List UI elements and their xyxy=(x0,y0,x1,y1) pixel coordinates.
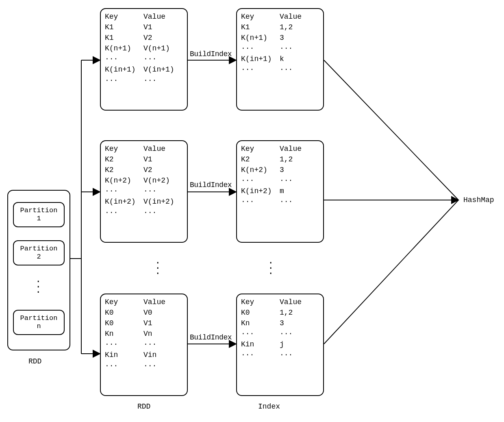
kv-cell: Key xyxy=(105,297,143,307)
kv-cell: K1 xyxy=(105,33,143,43)
bottom-rdd-label: RDD xyxy=(137,402,150,411)
kv-cell: V1 xyxy=(143,22,152,33)
idx-cell: 3 xyxy=(280,318,284,328)
idx-cell: Key xyxy=(241,297,280,307)
kv-cell: ··· xyxy=(105,54,143,64)
kv-cell: Kin xyxy=(105,350,143,360)
kv-cell: V(in+2) xyxy=(143,196,174,207)
partition-1-line1: Partition xyxy=(20,207,58,215)
partition-2-line1: Partition xyxy=(20,245,58,253)
kv-table-1: KeyValue K1V1 K1V2 K(n+1)V(n+1) ······ K… xyxy=(100,8,188,111)
idx-cell: ··· xyxy=(241,43,280,54)
idx-cell: ··· xyxy=(280,328,293,339)
rdd-vdots: ··· xyxy=(35,279,41,295)
kv-cell: ··· xyxy=(143,339,156,350)
svg-line-10 xyxy=(324,200,458,344)
kv-cell: Vn xyxy=(143,328,152,339)
idx-cell: ··· xyxy=(241,328,280,339)
hashmap-label: HashMap xyxy=(463,196,494,204)
buildindex-label-1: BuildIndex xyxy=(190,50,232,58)
kv-cell: K2 xyxy=(105,154,143,165)
kv-cell: K(in+1) xyxy=(105,64,143,75)
kv-cell: ··· xyxy=(105,186,143,196)
idx-cell: ··· xyxy=(280,350,293,360)
partition-n-line2: n xyxy=(37,322,41,331)
idx-cell: ··· xyxy=(280,43,293,54)
kv-vdots: ··· xyxy=(155,260,161,276)
idx-cell: 3 xyxy=(280,33,284,43)
kv-cell: ··· xyxy=(105,207,143,218)
idx-cell: ··· xyxy=(280,175,293,186)
kv-cell: ··· xyxy=(105,361,143,371)
kv-cell: Value xyxy=(143,297,165,307)
partition-2-line2: 2 xyxy=(37,253,41,261)
kv-cell: V(n+2) xyxy=(143,175,170,186)
idx-cell: Value xyxy=(280,144,302,154)
idx-cell: 1,2 xyxy=(280,22,293,33)
kv-cell: ··· xyxy=(105,339,143,350)
partition-1-line2: 1 xyxy=(37,215,41,223)
idx-cell: Kin xyxy=(241,339,280,350)
kv-cell: ··· xyxy=(143,207,156,218)
idx-cell: m xyxy=(280,186,284,196)
kv-cell: K0 xyxy=(105,318,143,328)
idx-cell: K2 xyxy=(241,154,280,165)
kv-cell: V(n+1) xyxy=(143,43,170,54)
kv-cell: Kn xyxy=(105,328,143,339)
partition-n: Partition n xyxy=(13,310,65,335)
buildindex-label-2: BuildIndex xyxy=(190,181,232,189)
kv-cell: V1 xyxy=(143,318,152,328)
kv-cell: ··· xyxy=(143,186,156,196)
kv-cell: K0 xyxy=(105,307,143,318)
idx-cell: ··· xyxy=(280,196,293,207)
idx-cell: K1 xyxy=(241,22,280,33)
idx-cell: Kn xyxy=(241,318,280,328)
idx-cell: 1,2 xyxy=(280,154,293,165)
kv-cell: V2 xyxy=(143,33,152,43)
idx-cell: Value xyxy=(280,11,302,22)
kv-cell: ··· xyxy=(143,54,156,64)
kv1-h-v: Value xyxy=(143,11,165,22)
index-table-1: KeyValue K11,2 K(n+1)3 ······ K(in+1)k ·… xyxy=(236,8,324,111)
kv1-h-k: Key xyxy=(105,11,143,22)
idx-cell: k xyxy=(280,54,284,64)
kv-cell: Vin xyxy=(143,350,156,360)
idx-cell: 1,2 xyxy=(280,307,293,318)
idx-cell: ··· xyxy=(241,196,280,207)
rdd-label: RDD xyxy=(28,357,41,365)
partition-1: Partition 1 xyxy=(13,202,65,227)
kv-cell: ··· xyxy=(143,75,156,86)
idx-cell: K(in+1) xyxy=(241,54,280,64)
idx-cell: ··· xyxy=(280,64,293,75)
kv-cell: K1 xyxy=(105,22,143,33)
idx-cell: 3 xyxy=(280,165,284,175)
idx-cell: K0 xyxy=(241,307,280,318)
kv-cell: ··· xyxy=(143,361,156,371)
index-table-3: KeyValue K01,2 Kn3 ······ Kinj ······ xyxy=(236,294,324,396)
kv-cell: V1 xyxy=(143,154,152,165)
idx-cell: ··· xyxy=(241,350,280,360)
idx-cell: Key xyxy=(241,144,280,154)
idx-cell: K(n+1) xyxy=(241,33,280,43)
kv-table-3: KeyValue K0V0 K0V1 KnVn ······ KinVin ··… xyxy=(100,294,188,396)
idx-cell: Key xyxy=(241,11,280,22)
bottom-index-label: Index xyxy=(258,402,280,411)
kv-cell: V2 xyxy=(143,165,152,175)
kv-cell: ··· xyxy=(105,75,143,86)
kv-cell: K(in+2) xyxy=(105,196,143,207)
idx-cell: K(n+2) xyxy=(241,165,280,175)
kv-cell: Value xyxy=(143,144,165,154)
kv-cell: V0 xyxy=(143,307,152,318)
index-vdots: ··· xyxy=(268,260,274,276)
idx-cell: ··· xyxy=(241,64,280,75)
partition-n-line1: Partition xyxy=(20,314,58,322)
kv-cell: Key xyxy=(105,144,143,154)
idx-cell: j xyxy=(280,339,284,350)
buildindex-label-3: BuildIndex xyxy=(190,333,232,342)
idx-cell: K(in+2) xyxy=(241,186,280,196)
svg-line-8 xyxy=(324,60,458,200)
partition-2: Partition 2 xyxy=(13,240,65,265)
kv-cell: K(n+1) xyxy=(105,43,143,54)
kv-cell: K2 xyxy=(105,165,143,175)
index-table-2: KeyValue K21,2 K(n+2)3 ······ K(in+2)m ·… xyxy=(236,140,324,243)
